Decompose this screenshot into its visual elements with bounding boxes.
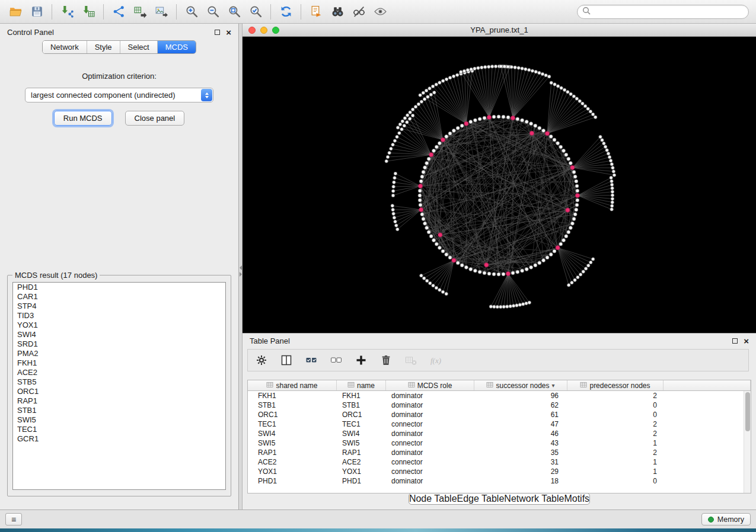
close-window-icon[interactable] — [248, 27, 256, 34]
mcds-result-item[interactable]: YOX1 — [13, 321, 225, 330]
open-file-icon[interactable] — [5, 3, 26, 21]
mcds-result-item[interactable]: SWI5 — [13, 415, 225, 425]
select-checks-icon[interactable] — [304, 352, 319, 368]
mcds-result-item[interactable]: PHD1 — [13, 283, 225, 292]
mcds-result-item[interactable]: STP4 — [13, 302, 225, 311]
export-table-icon[interactable] — [129, 3, 151, 21]
close-panel-button[interactable]: Close panel — [125, 111, 185, 126]
table-row[interactable]: TEC1TEC1connector472 — [248, 419, 751, 429]
import-table-icon[interactable] — [78, 3, 99, 21]
mcds-result-item[interactable]: SRD1 — [13, 339, 225, 349]
table-panel-header: Table Panel × — [243, 334, 756, 348]
close-table-panel-icon[interactable]: × — [744, 336, 749, 345]
tab-motifs[interactable]: Motifs — [564, 493, 589, 504]
table-row[interactable]: ORC1ORC1dominator610 — [248, 410, 751, 419]
zoom-selected-icon[interactable] — [245, 3, 266, 21]
table-cell: 18 — [474, 476, 567, 486]
tab-network[interactable]: Network — [43, 41, 87, 53]
table-cell: STB1 — [337, 400, 386, 410]
tab-node-table[interactable]: Node Table — [409, 493, 457, 504]
gear-icon[interactable] — [254, 352, 269, 368]
table-cell: 0 — [567, 400, 664, 410]
column-header-name[interactable]: name — [337, 380, 386, 390]
column-header-successor-nodes[interactable]: successor nodes▾ — [474, 380, 567, 390]
table-row[interactable]: SWI4SWI4dominator462 — [248, 429, 751, 438]
table-cell: dominator — [386, 429, 474, 438]
table-cell: 29 — [474, 467, 567, 476]
zoom-in-icon[interactable] — [181, 3, 202, 21]
column-header-predecessor-nodes[interactable]: predecessor nodes — [567, 380, 664, 390]
table-row[interactable]: FKH1FKH1dominator962 — [248, 391, 751, 400]
scrollbar-thumb[interactable] — [745, 392, 750, 431]
mcds-result-item[interactable]: STB5 — [13, 377, 225, 387]
mcds-result-item[interactable]: ACE2 — [13, 368, 225, 377]
table-cell: FKH1 — [248, 391, 337, 400]
table-row[interactable]: SWI5SWI5connector431 — [248, 438, 751, 448]
memory-button[interactable]: Memory — [701, 513, 751, 525]
table-row[interactable]: PHD1PHD1dominator180 — [248, 476, 751, 486]
zoom-out-icon[interactable] — [202, 3, 224, 21]
tab-edge-table[interactable]: Edge Table — [457, 493, 505, 504]
table-row[interactable]: RAP1RAP1dominator352 — [248, 448, 751, 457]
mcds-result-item[interactable]: CAR1 — [13, 292, 225, 302]
table-cell: 2 — [567, 429, 664, 438]
mcds-result-item[interactable]: STB1 — [13, 406, 225, 415]
table-row[interactable]: ACE2ACE2connector311 — [248, 457, 751, 467]
table-cell: PHD1 — [337, 476, 386, 486]
table-cell: dominator — [386, 476, 474, 486]
tab-mcds[interactable]: MCDS — [158, 41, 196, 53]
search-input[interactable] — [594, 8, 744, 17]
mcds-result-item[interactable]: RAP1 — [13, 396, 225, 406]
mcds-result-item[interactable]: GCR1 — [13, 434, 225, 444]
search-box[interactable] — [577, 5, 749, 19]
network-canvas[interactable] — [243, 37, 756, 333]
run-mcds-button[interactable]: Run MCDS — [54, 111, 112, 126]
mcds-result-item[interactable]: TEC1 — [13, 425, 225, 434]
save-session-icon[interactable] — [26, 3, 47, 21]
table-scrollbar[interactable] — [744, 391, 751, 493]
minimize-window-icon[interactable] — [260, 27, 267, 34]
table-cell-empty — [664, 400, 751, 410]
tab-style[interactable]: Style — [87, 41, 120, 53]
criterion-dropdown[interactable]: largest connected component (undirected) — [25, 88, 213, 102]
clear-checks-icon[interactable] — [328, 352, 344, 368]
column-header-shared-name[interactable]: shared name — [248, 380, 337, 390]
mcds-result-item[interactable]: SWI4 — [13, 330, 225, 339]
close-panel-icon[interactable]: × — [226, 28, 231, 37]
export-image-icon[interactable] — [151, 3, 172, 21]
hide-glasses-icon[interactable] — [348, 3, 369, 21]
panel-menu-button[interactable]: ≡ — [5, 513, 22, 525]
tab-network-table[interactable]: Network Table — [504, 493, 564, 504]
table-cell: SWI5 — [337, 438, 386, 448]
network-graph[interactable] — [243, 37, 756, 333]
table-cell: PHD1 — [248, 476, 337, 486]
zoom-fit-icon[interactable] — [224, 3, 245, 21]
first-neighbors-icon[interactable] — [327, 3, 348, 21]
layout-refresh-icon[interactable] — [275, 3, 296, 21]
mcds-result-item[interactable]: TID3 — [13, 311, 225, 321]
maximize-window-icon[interactable] — [272, 27, 279, 34]
delete-column-icon[interactable] — [378, 352, 394, 368]
float-table-panel-icon[interactable] — [732, 338, 738, 344]
sort-grid-icon — [347, 382, 355, 390]
add-column-icon[interactable] — [353, 352, 369, 368]
export-network-icon[interactable] — [108, 3, 129, 21]
table-cell-empty — [664, 391, 751, 400]
import-network-icon[interactable] — [56, 3, 78, 21]
share-document-icon[interactable] — [305, 3, 327, 21]
table-cell: SWI5 — [248, 438, 337, 448]
mcds-result-item[interactable]: FKH1 — [13, 358, 225, 368]
float-panel-icon[interactable] — [215, 30, 220, 35]
table-row[interactable]: STB1STB1dominator620 — [248, 400, 751, 410]
show-details-eye-icon[interactable] — [369, 3, 391, 21]
network-window-titlebar[interactable]: YPA_prune.txt_1 — [243, 24, 756, 37]
mcds-result-item[interactable]: ORC1 — [13, 387, 225, 396]
table-row[interactable]: YOX1YOX1connector291 — [248, 467, 751, 476]
table-cell: 47 — [474, 419, 567, 429]
mcds-result-title: MCDS result (17 nodes) — [12, 271, 100, 280]
tab-select[interactable]: Select — [120, 41, 158, 53]
columns-icon[interactable] — [279, 352, 294, 368]
mcds-result-item[interactable]: PMA2 — [13, 349, 225, 358]
mcds-result-list[interactable]: PHD1CAR1STP4TID3YOX1SWI4SRD1PMA2FKH1ACE2… — [12, 282, 226, 490]
column-header-MCDS-role[interactable]: MCDS role — [386, 380, 474, 390]
